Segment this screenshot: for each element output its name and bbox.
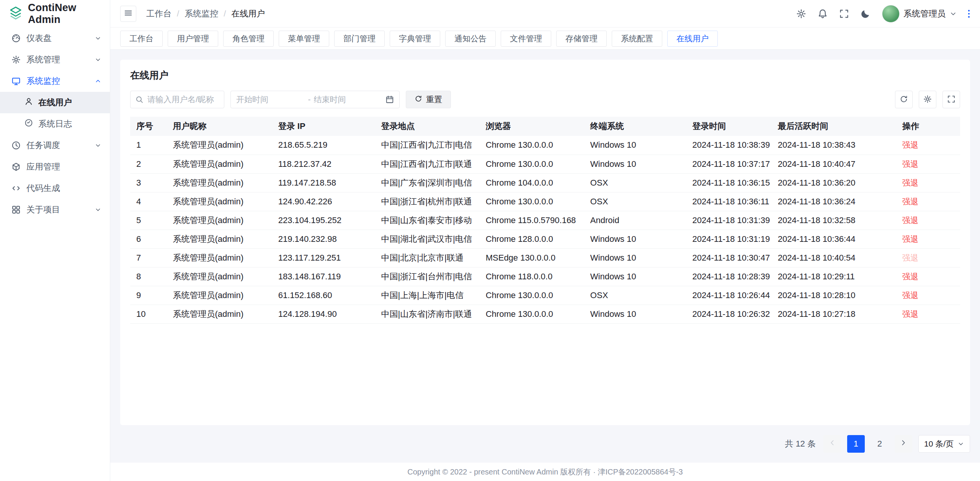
topbar: 工作台/系统监控/在线用户 系统管理员 xyxy=(110,0,980,28)
cell-location: 中国|山东省|济南市|联通 xyxy=(375,305,480,323)
sidebar-item-label: 在线用户 xyxy=(38,97,72,108)
table-fullscreen-button[interactable] xyxy=(942,91,960,108)
breadcrumb-item[interactable]: 工作台 xyxy=(146,8,172,20)
cell-last_active: 2024-11-18 10:36:20 xyxy=(772,173,896,192)
pagination-next-button[interactable] xyxy=(895,435,912,453)
reset-button[interactable]: 重置 xyxy=(406,91,451,108)
tab-0[interactable]: 工作台 xyxy=(120,31,163,47)
force-logout-link[interactable]: 强退 xyxy=(902,178,918,187)
cell-browser: Chrome 130.0.0.0 xyxy=(480,192,584,211)
tab-9[interactable]: 系统配置 xyxy=(612,31,662,47)
refresh-table-button[interactable] xyxy=(895,91,913,108)
tab-5[interactable]: 字典管理 xyxy=(390,31,440,47)
cell-ip: 219.140.232.98 xyxy=(272,230,375,248)
sidebar-item-code-generation[interactable]: 代码生成 xyxy=(0,178,110,199)
tab-2[interactable]: 角色管理 xyxy=(223,31,274,47)
cell-login_time: 2024-11-18 10:31:19 xyxy=(686,230,772,248)
force-logout-link[interactable]: 强退 xyxy=(902,291,918,300)
pagination-page-1[interactable]: 1 xyxy=(847,435,865,453)
column-settings-button[interactable] xyxy=(919,91,936,108)
cell-browser: Chrome 130.0.0.0 xyxy=(480,286,584,305)
cell-login_time: 2024-11-18 10:28:39 xyxy=(686,267,772,286)
sidebar-item-online-users[interactable]: 在线用户 xyxy=(0,92,110,113)
pagination-prev-button[interactable] xyxy=(823,435,841,453)
table-row: 1系统管理员(admin)218.65.5.219中国|江西省|九江市|电信Ch… xyxy=(130,136,960,155)
sidebar-item-system-logs[interactable]: 系统日志 xyxy=(0,113,110,135)
cell-os: Android xyxy=(584,211,686,230)
table-body: 1系统管理员(admin)218.65.5.219中国|江西省|九江市|电信Ch… xyxy=(130,136,960,323)
tabbar: 工作台用户管理角色管理菜单管理部门管理字典管理通知公告文件管理存储管理系统配置在… xyxy=(110,28,980,50)
cell-actions: 强退 xyxy=(896,230,960,248)
breadcrumb-item[interactable]: 在线用户 xyxy=(231,8,265,20)
sidebar-item-system-management[interactable]: 系统管理 xyxy=(0,49,110,70)
topbar-actions: 系统管理员 xyxy=(796,5,957,23)
cell-actions: 强退 xyxy=(896,155,960,173)
online-users-table: 序号用户昵称登录 IP登录地点浏览器终端系统登录时间最后活跃时间操作 1系统管理… xyxy=(130,117,960,324)
tab-10[interactable]: 在线用户 xyxy=(667,31,718,47)
force-logout-link[interactable]: 强退 xyxy=(902,310,918,318)
sidebar-item-app-management[interactable]: 应用管理 xyxy=(0,156,110,178)
cell-browser: Chrome 118.0.0.0 xyxy=(480,267,584,286)
date-range-picker[interactable]: - xyxy=(230,91,400,108)
cell-ip: 61.152.168.60 xyxy=(272,286,375,305)
date-separator: - xyxy=(308,95,311,104)
online-users-card: 在线用户 - 重置 xyxy=(120,60,970,425)
user-menu[interactable]: 系统管理员 xyxy=(882,5,957,23)
sidebar-item-system-monitor[interactable]: 系统监控 xyxy=(0,70,110,92)
cell-os: Windows 10 xyxy=(584,305,686,323)
dark-mode-moon-icon[interactable] xyxy=(861,9,871,19)
pagination-page-2[interactable]: 2 xyxy=(871,435,889,453)
refresh-icon xyxy=(415,95,422,104)
cell-ip: 123.117.129.251 xyxy=(272,248,375,267)
user-avatar xyxy=(882,5,900,23)
cell-last_active: 2024-11-18 10:29:11 xyxy=(772,267,896,286)
cell-last_active: 2024-11-18 10:28:10 xyxy=(772,286,896,305)
force-logout-link[interactable]: 强退 xyxy=(902,235,918,243)
cell-nickname: 系统管理员(admin) xyxy=(167,155,272,173)
force-logout-link[interactable]: 强退 xyxy=(902,197,918,206)
force-logout-link[interactable]: 强退 xyxy=(902,160,918,168)
app-title: ContiNew Admin xyxy=(28,2,110,26)
sidebar-item-label: 系统日志 xyxy=(38,118,72,130)
cell-index: 1 xyxy=(130,136,167,155)
cell-os: OSX xyxy=(584,173,686,192)
sidebar-item-label: 系统管理 xyxy=(26,54,89,65)
app-icon xyxy=(11,162,21,171)
brand-logo-icon xyxy=(8,6,23,22)
page-size-select[interactable]: 10 条/页 xyxy=(918,435,970,453)
user-name: 系统管理员 xyxy=(903,8,946,20)
tab-8[interactable]: 存储管理 xyxy=(556,31,607,47)
force-logout-link[interactable]: 强退 xyxy=(902,140,918,149)
force-logout-link: 强退 xyxy=(902,253,918,262)
more-options-icon[interactable] xyxy=(964,9,974,19)
cell-nickname: 系统管理员(admin) xyxy=(167,248,272,267)
cell-actions: 强退 xyxy=(896,305,960,323)
settings-icon[interactable] xyxy=(796,9,806,19)
fullscreen-icon[interactable] xyxy=(839,9,849,19)
notification-bell-icon[interactable] xyxy=(818,9,828,19)
start-time-input[interactable] xyxy=(236,95,305,104)
cell-last_active: 2024-11-18 10:36:24 xyxy=(772,192,896,211)
tab-6[interactable]: 通知公告 xyxy=(445,31,496,47)
table-row: 10系统管理员(admin)124.128.194.90中国|山东省|济南市|联… xyxy=(130,305,960,323)
sidebar-collapse-button[interactable] xyxy=(120,6,136,22)
search-input[interactable] xyxy=(130,91,224,108)
sidebar-item-task-schedule[interactable]: 任务调度 xyxy=(0,135,110,156)
tab-1[interactable]: 用户管理 xyxy=(168,31,218,47)
grid-icon xyxy=(11,205,21,214)
end-time-input[interactable] xyxy=(314,95,383,104)
cell-index: 6 xyxy=(130,230,167,248)
menu-icon xyxy=(124,8,133,19)
cell-actions: 强退 xyxy=(896,211,960,230)
sidebar-item-about-project[interactable]: 关于项目 xyxy=(0,199,110,220)
force-logout-link[interactable]: 强退 xyxy=(902,272,918,281)
sidebar-item-dashboard[interactable]: 仪表盘 xyxy=(0,28,110,49)
cell-nickname: 系统管理员(admin) xyxy=(167,211,272,230)
tab-7[interactable]: 文件管理 xyxy=(501,31,551,47)
force-logout-link[interactable]: 强退 xyxy=(902,216,918,225)
cell-index: 10 xyxy=(130,305,167,323)
tab-3[interactable]: 菜单管理 xyxy=(279,31,329,47)
tab-4[interactable]: 部门管理 xyxy=(334,31,385,47)
breadcrumb-item[interactable]: 系统监控 xyxy=(185,8,218,20)
cell-location: 中国|湖北省|武汉市|电信 xyxy=(375,230,480,248)
